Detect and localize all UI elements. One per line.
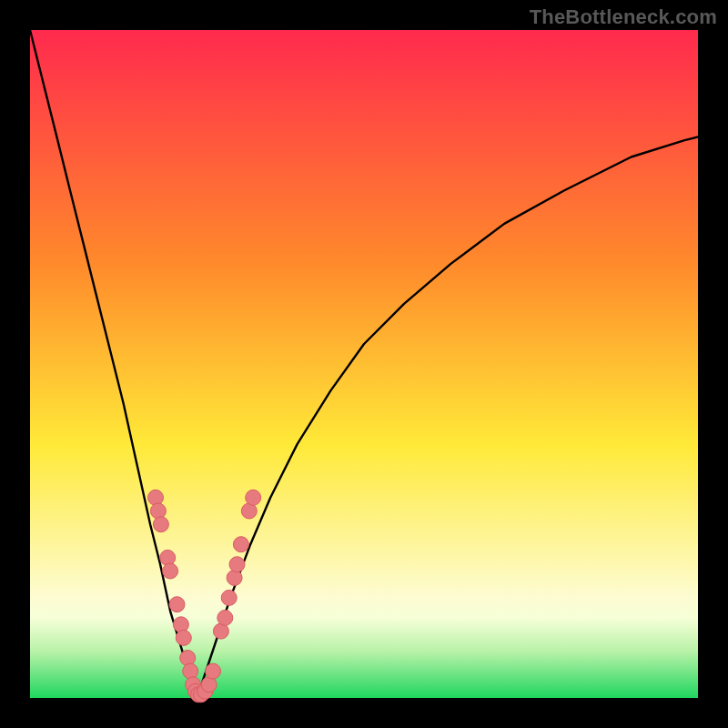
bottleneck-chart [0, 0, 728, 728]
chart-container: TheBottleneck.com [0, 0, 728, 728]
data-dot [206, 663, 221, 679]
data-dot [176, 630, 191, 645]
data-dot [227, 570, 242, 585]
data-dot [180, 651, 196, 666]
data-dot [148, 490, 164, 505]
data-dot [153, 517, 168, 532]
data-dot [217, 610, 233, 625]
data-dot [150, 503, 166, 519]
data-dot [183, 663, 198, 679]
data-dot [163, 563, 178, 579]
data-dot [169, 597, 185, 612]
data-dot [160, 550, 176, 565]
data-dot [229, 557, 245, 572]
data-dot [233, 537, 248, 552]
data-dot [246, 490, 261, 505]
plot-area [30, 30, 698, 698]
watermark-text: TheBottleneck.com [530, 5, 717, 29]
data-dot [173, 617, 188, 632]
data-dot [221, 590, 237, 605]
